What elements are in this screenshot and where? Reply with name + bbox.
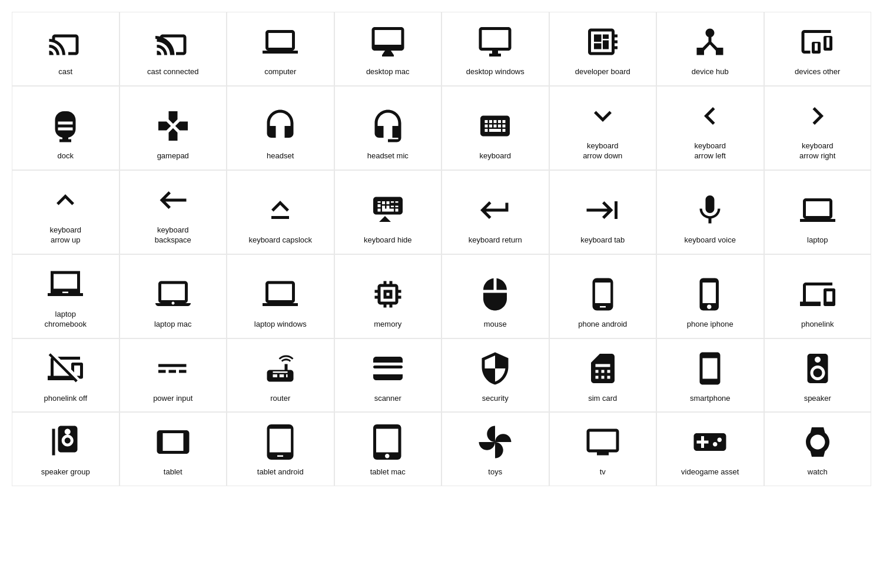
keyboard-capslock-label: keyboard capslock xyxy=(248,235,312,245)
icon-cell-keyboard-arrow-up: keyboardarrow up xyxy=(12,170,119,254)
keyboard-arrow-down-icon xyxy=(585,97,620,135)
mouse-icon xyxy=(477,275,513,313)
icon-cell-headset-mic: headset mic xyxy=(334,86,442,170)
keyboard-arrow-right-label: keyboardarrow right xyxy=(799,141,835,161)
device-hub-label: device hub xyxy=(692,67,729,77)
desktop-mac-icon xyxy=(370,23,406,61)
icon-cell-laptop-chromebook: laptopchromebook xyxy=(12,254,119,338)
security-label: security xyxy=(482,393,509,404)
cast-connected-label: cast connected xyxy=(147,67,198,77)
icon-cell-sim-card: sim card xyxy=(549,338,657,413)
keyboard-arrow-left-icon xyxy=(692,97,728,135)
headset-mic-label: headset mic xyxy=(367,151,409,161)
icon-cell-speaker: speaker xyxy=(764,338,872,413)
tablet-mac-icon xyxy=(370,423,406,461)
power-input-label: power input xyxy=(153,393,192,404)
computer-icon xyxy=(263,23,298,61)
laptop-mac-icon xyxy=(155,275,191,313)
desktop-mac-label: desktop mac xyxy=(366,67,410,77)
tv-icon xyxy=(585,423,620,461)
keyboard-arrow-left-label: keyboardarrow left xyxy=(695,141,726,161)
keyboard-backspace-icon xyxy=(155,181,191,219)
icon-cell-cast: cast xyxy=(12,12,119,86)
speaker-group-icon xyxy=(48,423,83,461)
icon-cell-laptop-mac: laptop mac xyxy=(119,254,227,338)
icon-cell-phonelink-off: phonelink off xyxy=(12,338,119,413)
phone-android-label: phone android xyxy=(578,319,627,330)
devices-other-icon xyxy=(800,23,835,61)
gamepad-icon xyxy=(155,107,191,145)
sim-card-icon xyxy=(585,350,620,387)
watch-label: watch xyxy=(808,467,828,477)
icon-cell-phone-android: phone android xyxy=(549,254,657,338)
icon-cell-tablet: tablet xyxy=(119,412,227,486)
mouse-label: mouse xyxy=(484,319,507,330)
tablet-android-label: tablet android xyxy=(257,467,304,477)
memory-label: memory xyxy=(374,319,401,330)
tablet-label: tablet xyxy=(164,467,182,477)
icon-cell-scanner: scanner xyxy=(334,338,442,413)
toys-label: toys xyxy=(488,467,502,477)
speaker-label: speaker xyxy=(804,393,831,404)
keyboard-voice-icon xyxy=(692,191,728,229)
speaker-group-label: speaker group xyxy=(41,467,90,477)
watch-icon xyxy=(800,423,835,461)
scanner-icon xyxy=(370,350,406,387)
icon-cell-watch: watch xyxy=(764,412,872,486)
keyboard-voice-label: keyboard voice xyxy=(685,235,736,245)
laptop-label: laptop xyxy=(807,235,828,245)
icon-cell-toys: toys xyxy=(442,412,549,486)
cast-label: cast xyxy=(58,67,72,77)
laptop-windows-label: laptop windows xyxy=(254,319,307,330)
keyboard-arrow-right-icon xyxy=(800,97,835,135)
tablet-mac-label: tablet mac xyxy=(370,467,406,477)
desktop-windows-icon xyxy=(477,23,513,61)
keyboard-backspace-label: keyboardbackspace xyxy=(155,225,191,245)
headset-label: headset xyxy=(267,151,294,161)
sim-card-label: sim card xyxy=(588,393,617,404)
icon-cell-gamepad: gamepad xyxy=(119,86,227,170)
icon-cell-keyboard-capslock: keyboard capslock xyxy=(227,170,334,254)
developer-board-label: developer board xyxy=(575,67,630,77)
icon-cell-device-hub: device hub xyxy=(656,12,764,86)
developer-board-icon xyxy=(585,23,620,61)
icon-cell-tv: tv xyxy=(549,412,657,486)
icon-cell-videogame-asset: videogame asset xyxy=(656,412,764,486)
icon-cell-computer: computer xyxy=(227,12,334,86)
tablet-android-icon xyxy=(263,423,298,461)
laptop-icon xyxy=(800,191,835,229)
icon-cell-laptop-windows: laptop windows xyxy=(227,254,334,338)
smartphone-label: smartphone xyxy=(690,393,731,404)
icon-cell-cast-connected: cast connected xyxy=(119,12,227,86)
tablet-icon xyxy=(155,423,191,461)
icon-cell-dock: dock xyxy=(12,86,119,170)
icon-cell-keyboard-voice: keyboard voice xyxy=(656,170,764,254)
memory-icon xyxy=(370,275,406,313)
icon-cell-keyboard-arrow-right: keyboardarrow right xyxy=(764,86,872,170)
icon-cell-devices-other: devices other xyxy=(764,12,872,86)
laptop-chromebook-label: laptopchromebook xyxy=(44,309,87,330)
computer-label: computer xyxy=(264,67,296,77)
cast-icon xyxy=(48,23,83,61)
icon-cell-memory: memory xyxy=(334,254,442,338)
keyboard-return-label: keyboard return xyxy=(469,235,522,245)
phone-iphone-icon xyxy=(692,275,728,313)
keyboard-hide-label: keyboard hide xyxy=(364,235,412,245)
toys-icon xyxy=(477,423,513,461)
keyboard-hide-icon xyxy=(370,191,406,229)
phone-android-icon xyxy=(585,275,620,313)
dock-label: dock xyxy=(58,151,74,161)
icon-cell-tablet-android: tablet android xyxy=(227,412,334,486)
keyboard-capslock-icon xyxy=(263,191,298,229)
headset-icon xyxy=(263,107,298,145)
icon-cell-keyboard-hide: keyboard hide xyxy=(334,170,442,254)
videogame-asset-icon xyxy=(692,423,728,461)
icon-cell-tablet-mac: tablet mac xyxy=(334,412,442,486)
icon-cell-phonelink: phonelink xyxy=(764,254,872,338)
phone-iphone-label: phone iphone xyxy=(687,319,733,330)
scanner-label: scanner xyxy=(374,393,401,404)
cast-connected-icon xyxy=(155,23,191,61)
keyboard-icon xyxy=(477,107,513,145)
device-hub-icon xyxy=(692,23,728,61)
icon-cell-keyboard-return: keyboard return xyxy=(442,170,549,254)
